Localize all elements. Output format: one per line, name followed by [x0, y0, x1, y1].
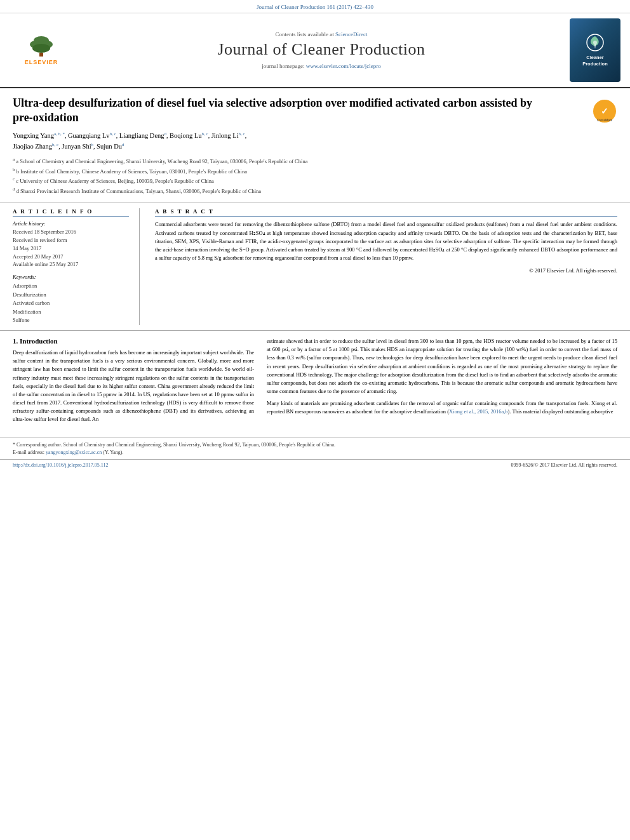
affiliation-c: c c University of Chinese Academy of Sci…: [13, 176, 617, 185]
top-bar: Journal of Cleaner Production 161 (2017)…: [0, 0, 630, 13]
intro-paragraph-2: estimate showed that in order to reduce …: [267, 337, 617, 396]
homepage-url[interactable]: www.elsevier.com/locate/jclepro: [306, 63, 381, 69]
received-revised-label: Received in revised form: [13, 236, 129, 244]
svg-point-7: [593, 41, 597, 44]
badge-line1: Cleaner: [586, 55, 604, 60]
header-left: ELSEVIER: [6, 18, 76, 82]
svg-point-4: [32, 44, 50, 53]
received-date: Received 18 September 2016: [13, 228, 129, 236]
page-wrapper: Journal of Cleaner Production 161 (2017)…: [0, 0, 630, 840]
journal-homepage: journal homepage: www.elsevier.com/locat…: [262, 63, 380, 69]
article-section: Ultra-deep desulfurization of diesel fue…: [0, 88, 630, 203]
journal-title: Journal of Cleaner Production: [217, 40, 425, 59]
intro-paragraph-1: Deep desulfurization of liquid hydrocarb…: [13, 349, 254, 424]
affiliation-a: a a School of Chemistry and Chemical Eng…: [13, 156, 617, 166]
contents-available: Contents lists available at ScienceDirec…: [276, 31, 368, 37]
header-section: ELSEVIER Contents lists available at Sci…: [0, 13, 630, 88]
keyword-desulfurization: Desulfurization: [13, 291, 129, 300]
abstract-header: A B S T R A C T: [155, 208, 617, 217]
abstract-text: Commercial adsorbents were tested for re…: [155, 220, 617, 262]
authors-text: Yongxing Yanga, b, *, Guangqiang Lvb, c,…: [13, 132, 246, 150]
authors: Yongxing Yanga, b, *, Guangqiang Lvb, c,…: [13, 131, 617, 152]
intro-heading: 1. Introduction: [13, 337, 254, 345]
footnote-section: * Corresponding author. School of Chemis…: [0, 437, 630, 459]
revised-date: 14 May 2017: [13, 244, 129, 253]
article-info-header: A R T I C L E I N F O: [13, 208, 129, 217]
footnote-corresponding: * Corresponding author. School of Chemis…: [13, 441, 617, 449]
copyright-line: © 2017 Elsevier Ltd. All rights reserved…: [155, 267, 617, 274]
footnote-email-line: E-mail address: yangyongxing@sxicc.ac.cn…: [13, 449, 617, 457]
affiliations: a a School of Chemistry and Chemical Eng…: [13, 156, 617, 195]
article-title: Ultra-deep desulfurization of diesel fue…: [13, 96, 546, 126]
elsevier-tree-icon: [24, 36, 59, 58]
history-title: Article history:: [13, 220, 129, 227]
crossmark-icon: ✓ CrossMark: [592, 98, 617, 124]
sciencedirect-link[interactable]: ScienceDirect: [335, 31, 367, 37]
issn-text: 0959-6526/© 2017 Elsevier Ltd. All right…: [511, 462, 617, 468]
badge-icon: [586, 33, 605, 52]
article-title-row: Ultra-deep desulfurization of diesel fue…: [13, 96, 617, 126]
email-label: E-mail address:: [13, 450, 44, 455]
article-info-panel: A R T I C L E I N F O Article history: R…: [13, 208, 140, 325]
svg-text:CrossMark: CrossMark: [597, 118, 613, 122]
info-section: A R T I C L E I N F O Article history: R…: [0, 203, 630, 331]
email-suffix: (Y. Yang).: [103, 450, 123, 455]
bottom-bar: http://dx.doi.org/10.1016/j.jclepro.2017…: [0, 459, 630, 470]
homepage-label: journal homepage:: [262, 63, 304, 69]
svg-rect-5: [39, 53, 43, 57]
keyword-activated-carbon: Activated carbon: [13, 299, 129, 308]
cleaner-production-badge: Cleaner Production: [570, 18, 620, 82]
keywords-section: Keywords: Adsorption Desulfurization Act…: [13, 274, 129, 325]
main-content: 1. Introduction Deep desulfurization of …: [0, 331, 630, 434]
svg-text:✓: ✓: [601, 106, 608, 116]
affiliation-d: d d Shanxi Provincial Research Institute…: [13, 186, 617, 196]
available-online: Available online 25 May 2017: [13, 260, 129, 269]
article-history: Article history: Received 18 September 2…: [13, 220, 129, 269]
elsevier-label: ELSEVIER: [25, 59, 58, 65]
keyword-modification: Modification: [13, 308, 129, 317]
affiliation-b: b b Institute of Coal Chemistry, Chinese…: [13, 166, 617, 176]
doi-link[interactable]: http://dx.doi.org/10.1016/j.jclepro.2017…: [13, 462, 108, 468]
header-center: Contents lists available at ScienceDirec…: [76, 18, 566, 82]
accepted-date: Accepted 20 May 2017: [13, 253, 129, 261]
keyword-sulfone: Sulfone: [13, 316, 129, 325]
keyword-adsorption: Adsorption: [13, 282, 129, 291]
badge-text: Cleaner Production: [582, 55, 608, 67]
right-column: estimate showed that in order to reduce …: [267, 337, 617, 428]
journal-reference: Journal of Cleaner Production 161 (2017)…: [257, 4, 373, 10]
abstract-section: A B S T R A C T Commercial adsorbents we…: [152, 208, 617, 325]
intro-paragraph-3: Many kinds of materials are promising ad…: [267, 399, 617, 416]
elsevier-logo: ELSEVIER: [13, 34, 70, 66]
left-column: 1. Introduction Deep desulfurization of …: [13, 337, 254, 428]
badge-line2: Production: [582, 61, 608, 67]
keywords-label: Keywords:: [13, 274, 129, 280]
contents-label: Contents lists available at: [276, 31, 334, 37]
email-address: yangyongxing@sxicc.ac.cn: [46, 450, 102, 455]
header-right: Cleaner Production: [566, 18, 624, 82]
